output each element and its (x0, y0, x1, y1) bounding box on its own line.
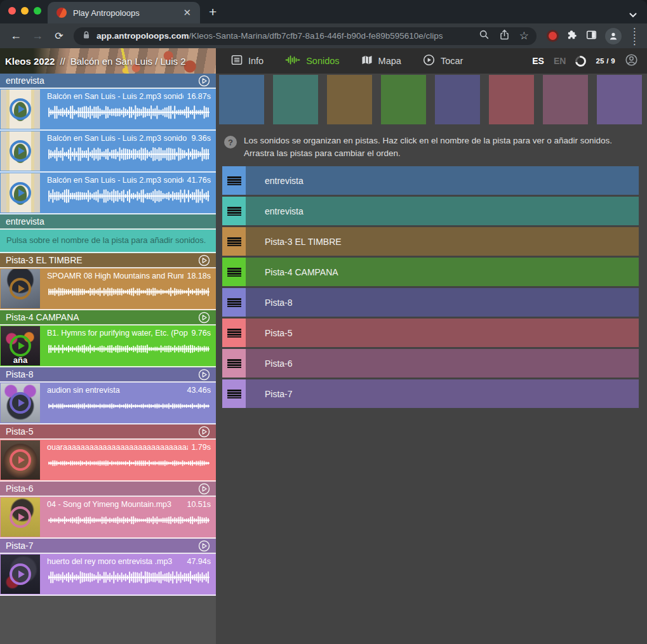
clip-play-icon[interactable] (10, 182, 31, 204)
track-drag-handle[interactable] (222, 379, 246, 408)
clip-play-icon[interactable] (10, 563, 31, 585)
track-row[interactable]: Pista-7 (222, 379, 639, 408)
track-color-swatch[interactable] (273, 75, 318, 124)
track-color-swatch[interactable] (543, 75, 588, 124)
forward-button[interactable]: → (27, 29, 48, 43)
account-icon[interactable] (625, 53, 638, 69)
track-row[interactable]: Pista-6 (222, 349, 639, 378)
track-color-swatch[interactable] (489, 75, 534, 124)
minimize-window-button[interactable] (21, 7, 29, 15)
nav-sonidos[interactable]: Sonidos (285, 55, 339, 67)
track-section-header[interactable]: entrevista (0, 214, 216, 230)
track-row[interactable]: entrevista (222, 166, 639, 195)
url-bar[interactable]: app.antropoloops.com/Kleos-Santa-Marina/… (74, 27, 537, 45)
browser-tab[interactable]: Play Antropoloops ✕ (48, 2, 200, 23)
track-drag-handle[interactable] (222, 197, 246, 225)
track-row[interactable]: Pista-3 EL TIMBRE (222, 227, 639, 256)
clip-play-icon[interactable] (10, 335, 31, 357)
clip-play-icon[interactable] (10, 449, 31, 471)
clip-item[interactable]: 04 - Song of Yimeng Mountain.mp3 10.51s (0, 497, 216, 539)
share-icon[interactable] (499, 29, 510, 43)
nav-info[interactable]: Info (231, 55, 263, 67)
new-tab-button[interactable]: + (209, 4, 217, 20)
track-color-swatch[interactable] (597, 75, 642, 124)
track-section-header[interactable]: Pista-6 (0, 482, 216, 497)
clip-play-icon[interactable] (10, 140, 31, 162)
track-drag-handle[interactable] (222, 349, 246, 378)
track-section-header[interactable]: Pista-3 EL TIMBRE (0, 253, 216, 268)
tab-close-icon[interactable]: ✕ (180, 7, 194, 18)
track-color-swatch[interactable] (381, 75, 426, 124)
lang-en-button[interactable]: EN (554, 56, 566, 66)
track-section-header[interactable]: entrevista (0, 74, 216, 89)
zoom-page-icon[interactable] (479, 29, 490, 43)
lang-es-button[interactable]: ES (532, 56, 544, 66)
track-row[interactable]: Pista-5 (222, 319, 639, 347)
track-drag-handle[interactable] (222, 319, 246, 347)
clip-item[interactable]: huerto del rey moro entrevista .mp3 47.9… (0, 554, 216, 596)
track-play-button[interactable] (198, 312, 210, 324)
clip-thumbnail[interactable] (1, 131, 40, 171)
track-row-body[interactable]: entrevista (246, 166, 639, 195)
clip-thumbnail[interactable] (1, 173, 40, 213)
breadcrumb-project[interactable]: Kleos 2022 (5, 56, 55, 67)
track-row-body[interactable]: Pista-5 (246, 319, 639, 347)
track-section-header[interactable]: Pista-4 CAMPANA (0, 310, 216, 325)
clip-thumbnail[interactable] (1, 269, 40, 308)
profile-avatar[interactable] (605, 28, 622, 44)
side-panel-icon[interactable] (586, 30, 597, 43)
clip-thumbnail[interactable] (1, 555, 40, 594)
track-play-button[interactable] (198, 540, 210, 552)
track-row[interactable]: entrevista (222, 197, 639, 225)
clip-play-icon[interactable] (10, 506, 31, 528)
track-play-button[interactable] (198, 483, 210, 495)
track-play-button[interactable] (198, 254, 210, 266)
back-button[interactable]: ← (5, 29, 27, 43)
track-row-body[interactable]: Pista-7 (246, 379, 639, 408)
clip-item[interactable]: Balcón en San Luis - Luis 2.mp3 sonido h… (0, 89, 216, 131)
track-section-header[interactable]: Pista-7 (0, 539, 216, 554)
clip-play-icon[interactable] (10, 278, 31, 299)
track-section-header[interactable]: Pista-8 (0, 367, 216, 383)
clip-item[interactable]: aña B1. Hymns for purifying water, Etc. … (0, 325, 216, 367)
track-drag-handle[interactable] (222, 166, 246, 195)
track-row-body[interactable]: Pista-8 (246, 288, 639, 317)
track-play-button[interactable] (198, 426, 210, 438)
track-drag-handle[interactable] (222, 288, 246, 317)
bookmark-star-icon[interactable]: ☆ (519, 30, 529, 41)
clip-thumbnail[interactable] (1, 440, 40, 480)
track-row-body[interactable]: entrevista (246, 197, 639, 225)
track-drag-handle[interactable] (222, 258, 246, 286)
clip-thumbnail[interactable] (1, 497, 40, 537)
reload-button[interactable]: ⟳ (48, 30, 70, 42)
track-color-swatch[interactable] (327, 75, 372, 124)
track-row-body[interactable]: Pista-6 (246, 349, 639, 378)
track-section-header[interactable]: Pista-5 (0, 424, 216, 440)
track-row[interactable]: Pista-4 CAMPANA (222, 258, 639, 286)
track-drag-handle[interactable] (222, 227, 246, 256)
lock-icon[interactable] (81, 30, 91, 43)
nav-mapa[interactable]: Mapa (361, 55, 401, 67)
browser-menu-icon[interactable]: ⋮⋮ (630, 27, 639, 46)
breadcrumb[interactable]: Kleos 2022 // Balcón en San Luis / Luis … (0, 48, 216, 74)
record-extension-icon[interactable] (549, 32, 557, 40)
track-color-swatch[interactable] (435, 75, 480, 124)
clip-item[interactable]: Balcón en San Luis - Luis 2.mp3 sonido h… (0, 173, 216, 214)
clip-thumbnail[interactable] (1, 89, 40, 129)
clip-item[interactable]: ouaraaaaaaaaaaaaaaaaaaaaaaaaaaaaaaaaaaa.… (0, 440, 216, 482)
track-play-button[interactable] (198, 75, 210, 87)
track-row-body[interactable]: Pista-3 EL TIMBRE (246, 227, 639, 256)
clip-item[interactable]: Balcón en San Luis - Luis 2.mp3 sonido h… (0, 131, 216, 173)
track-row[interactable]: Pista-8 (222, 288, 639, 317)
tab-search-chevron-icon[interactable] (629, 9, 637, 20)
clip-item[interactable]: SPOAMR 08 High Mountains and Running ...… (0, 268, 216, 310)
clip-item[interactable]: audion sin entrevista 43.46s (0, 383, 216, 424)
close-window-button[interactable] (8, 7, 16, 15)
clip-thumbnail[interactable] (1, 383, 40, 423)
clip-play-icon[interactable] (10, 392, 31, 414)
nav-tocar[interactable]: Tocar (423, 54, 463, 68)
track-row-body[interactable]: Pista-4 CAMPANA (246, 258, 639, 286)
zoom-window-button[interactable] (34, 7, 41, 15)
extensions-puzzle-icon[interactable] (567, 29, 578, 43)
clip-play-icon[interactable] (10, 98, 31, 120)
